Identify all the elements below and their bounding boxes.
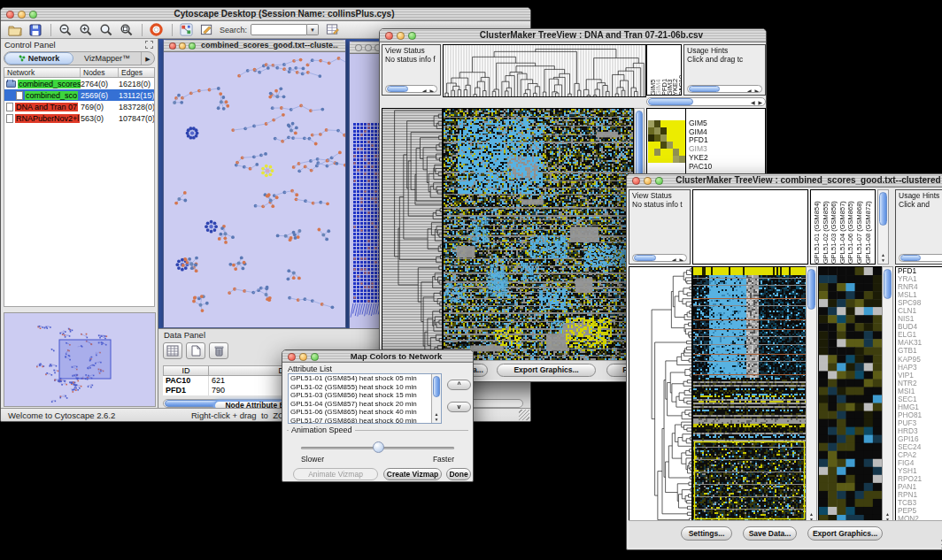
heatmap-vscrollbar[interactable]: ▲▼ (806, 266, 817, 524)
close-button[interactable] (288, 353, 296, 361)
hscrollbar-thumb[interactable] (648, 98, 693, 105)
close-button[interactable] (169, 42, 176, 50)
network-list-row[interactable]: DNA and Tran 07769(0)183728(0) (4, 101, 154, 112)
float-panel-icon[interactable] (145, 41, 153, 49)
zoom-heatmap-canvas[interactable] (818, 266, 883, 524)
scrollbar-thumb[interactable] (900, 255, 921, 261)
settings-button[interactable]: Settings... (681, 526, 732, 541)
annotation-button[interactable] (197, 22, 216, 37)
search-dropdown-arrow[interactable]: ▼ (307, 24, 319, 35)
scrollbar-thumb[interactable] (387, 86, 408, 92)
tab-vizmapper[interactable]: VizMapper™ (73, 52, 141, 65)
zoom-fit-button[interactable] (97, 22, 115, 37)
scroll-arrows[interactable]: ▲▼ (878, 252, 888, 263)
minimize-button[interactable] (365, 44, 372, 51)
slider-thumb[interactable] (373, 441, 384, 453)
export-graphics-button[interactable]: Export Graphics... (497, 364, 596, 377)
zoom-in-button[interactable] (76, 22, 95, 37)
zoom-matrix[interactable] (648, 120, 685, 163)
col-network[interactable]: Network (4, 68, 81, 77)
edge-count: 13112(15) (119, 91, 154, 100)
speed-slider[interactable] (301, 447, 454, 449)
scroll-arrows[interactable]: ◀ ▶ (672, 256, 684, 262)
row-dendrogram-canvas[interactable] (382, 108, 443, 363)
scrollbar-thumb[interactable] (634, 255, 656, 261)
label-vscrollbar[interactable]: ▲▼ (877, 189, 889, 265)
birdseye-view-canvas[interactable] (4, 312, 156, 407)
save-data-button[interactable]: Save Data... (743, 526, 797, 541)
status-scrollbar[interactable]: ◀ ▶ (385, 85, 437, 93)
hints-scrollbar[interactable] (899, 254, 942, 262)
resize-grip[interactable] (519, 410, 529, 420)
zoom-button[interactable] (655, 177, 663, 185)
create-vizmap-button[interactable]: Create Vizmap (383, 468, 442, 480)
zoom-button[interactable] (29, 11, 37, 19)
vscrollbar-thumb[interactable] (807, 269, 815, 310)
zoom-vscrollbar[interactable]: ▲▼ (882, 266, 893, 524)
zoom-hscrollbar[interactable]: ◀ ▶ (646, 97, 766, 106)
close-button[interactable] (355, 44, 362, 51)
close-button[interactable] (385, 32, 393, 40)
status-scrollbar[interactable]: ◀ ▶ (632, 254, 687, 262)
attribute-item[interactable]: GPL51-06 (GSM865) heat shock 40 min (289, 408, 441, 417)
network-list-row[interactable]: combined_scores_2764(0)16218(0) (4, 78, 154, 89)
zoom-button[interactable] (311, 353, 319, 361)
network-list-row[interactable]: combined_sco2569(6)13112(15) (4, 89, 154, 101)
zoom-button[interactable] (408, 32, 416, 40)
select-attributes-button[interactable] (163, 342, 182, 359)
attribute-list-scrollbar[interactable]: ▲▼ (431, 374, 441, 423)
scroll-arrows[interactable]: ▲▼ (432, 411, 441, 422)
vscrollbar-thumb[interactable] (879, 192, 887, 226)
cytoscape-titlebar[interactable]: Cytoscape Desktop (Session Name: collins… (1, 8, 530, 21)
row-dendrogram-canvas[interactable] (629, 266, 692, 524)
minimize-button[interactable] (644, 177, 652, 185)
search-input[interactable] (251, 24, 307, 35)
vizmapper-button[interactable] (177, 22, 196, 37)
delete-attribute-button[interactable] (209, 342, 228, 359)
column-tree-panel[interactable] (692, 189, 808, 265)
col-id[interactable]: ID (163, 365, 209, 376)
help-button[interactable] (147, 22, 166, 37)
attribute-item[interactable]: GPL51-02 (GSM855) heat shock 10 min (289, 383, 441, 392)
global-heatmap-canvas[interactable] (443, 108, 634, 363)
close-button[interactable] (6, 11, 14, 19)
network-list-row[interactable]: RNAPuberNov2+l563(0)107847(0) (4, 112, 154, 124)
scrollbar-thumb[interactable] (689, 86, 720, 92)
scroll-arrows[interactable]: ◀ ▶ (751, 99, 763, 105)
close-button[interactable] (632, 177, 640, 185)
attribute-item[interactable]: GPL51-07 (GSM868) heat shock 60 min (289, 417, 441, 425)
attribute-item[interactable]: GPL51-04 (GSM857) heat shock 20 min (289, 400, 441, 409)
zoom-selected-button[interactable] (117, 22, 135, 37)
network-canvas[interactable] (164, 52, 345, 327)
move-up-button[interactable]: ^ (447, 380, 471, 390)
scroll-arrows[interactable]: ◀ ▶ (422, 87, 435, 93)
vscrollbar-thumb[interactable] (884, 269, 892, 299)
vscrollbar-thumb[interactable] (433, 376, 440, 397)
attribute-item[interactable]: GPL51-03 (GSM856) heat shock 15 min (289, 391, 441, 400)
tab-network[interactable]: Network (4, 52, 73, 65)
new-attribute-button[interactable] (186, 342, 205, 359)
move-down-button[interactable]: v (447, 402, 471, 412)
col-nodes[interactable]: Nodes (81, 68, 119, 77)
export-graphics-button[interactable]: Export Graphics... (807, 526, 883, 541)
col-edges[interactable]: Edges (119, 68, 154, 77)
minimize-button[interactable] (18, 11, 26, 19)
zoom-button[interactable] (189, 42, 196, 50)
hints-scrollbar[interactable]: ◀ ▶ (687, 85, 762, 93)
attribute-item[interactable]: GPL51-01 (GSM854) heat shock 05 min (289, 374, 441, 383)
view-status-label: View Status (385, 46, 437, 55)
save-session-button[interactable] (26, 22, 44, 37)
column-dendrogram-canvas[interactable] (443, 44, 646, 97)
scroll-arrows[interactable]: ◀ ▶ (747, 87, 760, 93)
table-edit-button[interactable] (323, 22, 342, 37)
zoom-out-button[interactable] (56, 22, 74, 37)
done-button[interactable]: Done (446, 468, 471, 480)
global-heatmap-canvas[interactable] (692, 266, 807, 524)
minimize-button[interactable] (397, 32, 405, 40)
open-file-button[interactable] (5, 22, 24, 37)
animate-vizmap-button[interactable]: Animate Vizmap (293, 468, 378, 480)
minimize-button[interactable] (299, 353, 307, 361)
minimize-button[interactable] (179, 42, 186, 50)
gene-label[interactable]: PAC10 (689, 163, 712, 172)
tab-overflow-button[interactable]: ▶ (141, 52, 154, 65)
